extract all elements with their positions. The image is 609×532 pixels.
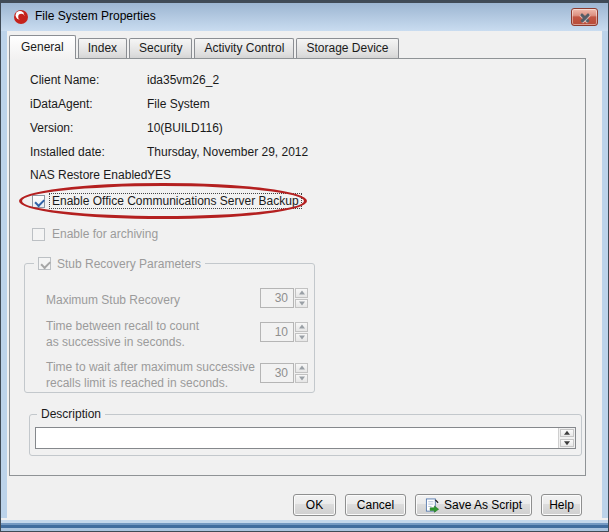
tab-page-general: Client Name: ida35vm26_2 iDataAgent: Fil… bbox=[9, 58, 586, 476]
file-system-properties-dialog: File System Properties General Index Sec… bbox=[0, 0, 609, 532]
spinner-down-icon bbox=[295, 374, 308, 384]
nas-restore-value: YES bbox=[147, 168, 171, 182]
nas-restore-label: NAS Restore Enabled: bbox=[30, 168, 151, 182]
tab-bar: General Index Security Activity Control … bbox=[9, 35, 401, 59]
info-row-nas-restore: NAS Restore Enabled: YES bbox=[10, 168, 585, 183]
time-between-recall-spinner: 10 bbox=[260, 322, 308, 342]
window-border-bottom bbox=[1, 518, 608, 531]
spinner-up-icon bbox=[295, 288, 308, 298]
scroll-down-icon[interactable] bbox=[560, 439, 574, 447]
description-legend-label: Description bbox=[37, 407, 105, 421]
save-as-script-button[interactable]: Save As Script bbox=[415, 494, 532, 516]
window-title: File System Properties bbox=[35, 9, 156, 23]
script-icon bbox=[425, 498, 440, 513]
client-name-value: ida35vm26_2 bbox=[147, 73, 219, 87]
spinner-up-icon bbox=[295, 363, 308, 373]
version-label: Version: bbox=[30, 121, 73, 135]
enable-archiving-checkbox bbox=[32, 228, 45, 241]
time-to-wait-label: Time to wait after maximum successive re… bbox=[46, 359, 255, 391]
tab-security[interactable]: Security bbox=[129, 38, 192, 58]
client-name-label: Client Name: bbox=[30, 73, 99, 87]
help-button-label: Help bbox=[549, 498, 574, 512]
close-icon bbox=[579, 12, 590, 23]
help-button[interactable]: Help bbox=[541, 494, 582, 516]
spinner-down-icon bbox=[295, 333, 308, 343]
time-to-wait-spinner: 30 bbox=[260, 363, 308, 383]
installed-date-value: Thursday, November 29, 2012 bbox=[147, 145, 308, 159]
stub-recovery-checkbox bbox=[38, 257, 51, 270]
tab-activity-control[interactable]: Activity Control bbox=[194, 38, 294, 58]
save-as-script-button-label: Save As Script bbox=[444, 498, 522, 512]
info-row-idataagent: iDataAgent: File System bbox=[10, 97, 585, 112]
ok-button[interactable]: OK bbox=[293, 494, 336, 516]
scroll-up-icon[interactable] bbox=[560, 429, 574, 437]
installed-date-label: Installed date: bbox=[30, 145, 105, 159]
enable-archiving-label: Enable for archiving bbox=[50, 227, 160, 241]
version-value: 10(BUILD116) bbox=[147, 121, 223, 135]
info-row-version: Version: 10(BUILD116) bbox=[10, 121, 585, 136]
ok-button-label: OK bbox=[306, 498, 323, 512]
idataagent-label: iDataAgent: bbox=[30, 97, 93, 111]
idataagent-value: File System bbox=[147, 97, 210, 111]
tab-storage-device[interactable]: Storage Device bbox=[296, 38, 398, 58]
window-border-right bbox=[602, 31, 608, 531]
titlebar[interactable]: File System Properties bbox=[1, 1, 608, 31]
enable-ocs-backup-checkbox[interactable] bbox=[32, 195, 45, 208]
info-row-installed-date: Installed date: Thursday, November 29, 2… bbox=[10, 145, 585, 160]
stub-recovery-legend: Stub Recovery Parameters bbox=[34, 256, 205, 271]
time-between-recall-label: Time between recall to count as successi… bbox=[46, 318, 199, 350]
description-spin-control bbox=[558, 428, 575, 448]
max-stub-recovery-value: 30 bbox=[260, 288, 294, 308]
tab-general[interactable]: General bbox=[9, 35, 76, 59]
spinner-down-icon bbox=[295, 299, 308, 309]
stub-recovery-legend-label: Stub Recovery Parameters bbox=[57, 257, 201, 271]
cancel-button-label: Cancel bbox=[357, 498, 394, 512]
commvault-logo-icon bbox=[13, 9, 29, 25]
description-field bbox=[35, 427, 576, 449]
max-stub-recovery-spinner: 30 bbox=[260, 288, 308, 308]
info-row-client-name: Client Name: ida35vm26_2 bbox=[10, 73, 585, 88]
spinner-up-icon bbox=[295, 322, 308, 332]
close-button[interactable] bbox=[571, 8, 598, 26]
cancel-button[interactable]: Cancel bbox=[345, 494, 406, 516]
description-input[interactable] bbox=[36, 428, 558, 448]
time-between-recall-value: 10 bbox=[260, 322, 294, 342]
window-border-left bbox=[1, 31, 7, 531]
tab-index[interactable]: Index bbox=[78, 38, 127, 58]
max-stub-recovery-label: Maximum Stub Recovery bbox=[46, 292, 180, 308]
time-to-wait-value: 30 bbox=[260, 363, 294, 383]
enable-ocs-backup-label[interactable]: Enable Office Communications Server Back… bbox=[50, 194, 301, 208]
